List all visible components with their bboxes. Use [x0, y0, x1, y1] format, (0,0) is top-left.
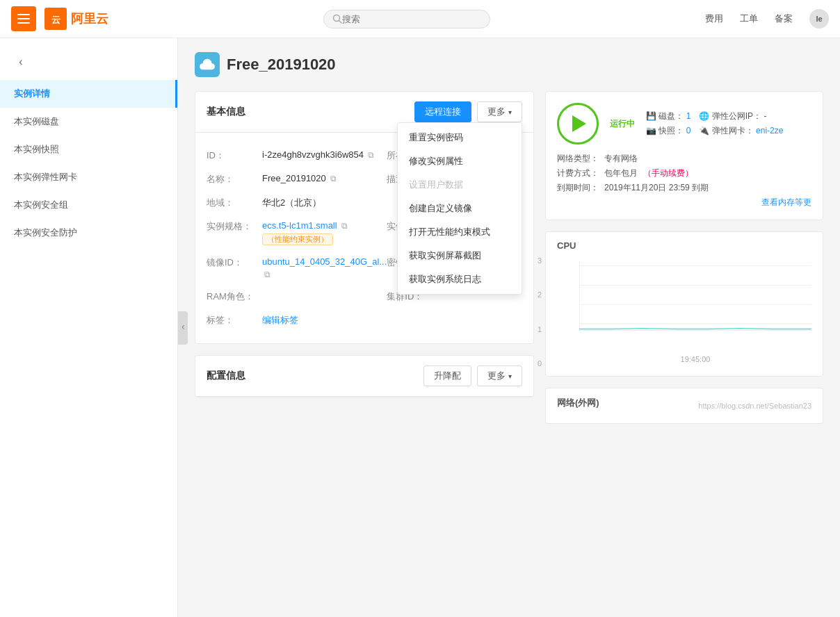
info-label-id: ID：: [207, 149, 262, 162]
info-row-ram: RAM角色：: [207, 285, 387, 308]
avatar: Ie: [809, 9, 829, 28]
copy-spec-icon[interactable]: ⧉: [340, 221, 350, 231]
running-status-text: 运行中: [610, 118, 635, 130]
page-title-wrap: Free_20191020: [195, 52, 823, 77]
more-button-wrap: 更多 ▾ 重置实例密码 修改实例属性 设置用户数据 创建自定义镜像 打开无性能约…: [477, 101, 522, 122]
config-card-actions: 升降配 更多 ▾: [423, 365, 522, 386]
info-row-tag: 标签： 编辑标签: [207, 308, 387, 332]
logo-text: 阿里云: [71, 10, 108, 27]
dropdown-item-system-log[interactable]: 获取实例系统日志: [398, 268, 522, 291]
network-type-value: 专有网络: [604, 153, 638, 165]
sidebar-item-instance-disk[interactable]: 本实例磁盘: [0, 108, 177, 135]
cpu-chart-card: CPU 3 2 1 0: [545, 231, 823, 377]
svg-text:云: 云: [51, 15, 60, 25]
card-actions: 远程连接 更多 ▾ 重置实例密码 修改实例属性 设置用: [414, 101, 522, 122]
more-button[interactable]: 更多 ▾: [477, 101, 522, 122]
nav-item-fee[interactable]: 费用: [705, 13, 723, 25]
info-value-name: Free_20191020 ⧉: [262, 173, 339, 183]
dropdown-item-no-perf-mode[interactable]: 打开无性能约束模式: [398, 220, 522, 244]
eni-value-link[interactable]: eni-2ze: [756, 126, 783, 135]
status-row: 运行中 💾 磁盘： 1 🌐 弹性公网IP： -: [557, 103, 811, 145]
hamburger-menu[interactable]: [11, 6, 36, 31]
network-chart-title: 网络(外网): [557, 397, 599, 409]
config-more-button[interactable]: 更多 ▾: [477, 365, 522, 386]
search-input-wrap[interactable]: [323, 10, 490, 28]
dropdown-item-reset-password[interactable]: 重置实例密码: [398, 126, 522, 149]
sidebar-collapse-button[interactable]: [178, 311, 188, 345]
cpu-chart-yaxis: 3 2 1 0: [538, 256, 542, 368]
status-indicator: [557, 103, 599, 145]
disk-count-link[interactable]: 1: [686, 111, 691, 121]
info-label-name: 名称：: [207, 173, 262, 186]
perf-tag: （性能约束实例）: [262, 233, 333, 245]
main-content: Free_20191020 基本信息 远程连接 更多 ▾: [178, 38, 840, 617]
dropdown-item-screenshot[interactable]: 获取实例屏幕截图: [398, 244, 522, 268]
dropdown-item-modify-attr[interactable]: 修改实例属性: [398, 149, 522, 173]
info-row-blank2: [387, 308, 522, 332]
edit-tag-link[interactable]: 编辑标签: [262, 314, 298, 327]
image-id-link[interactable]: ubuntu_14_0405_32_40G_al...: [262, 256, 387, 267]
logo-icon: 云: [45, 8, 67, 30]
copy-name-icon[interactable]: ⧉: [329, 174, 339, 183]
config-more-chevron-icon: ▾: [508, 372, 512, 380]
config-info-card: 配置信息 升降配 更多 ▾: [195, 355, 534, 397]
expire-label: 到期时间：: [557, 182, 599, 194]
sidebar-item-instance-security-group[interactable]: 本实例安全组: [0, 191, 177, 219]
expire-value: 2019年11月20日 23:59 到期: [604, 182, 709, 194]
sidebar-item-instance-snapshot[interactable]: 本实例快照: [0, 135, 177, 163]
status-meta-row1: 💾 磁盘： 1 🌐 弹性公网IP： -: [646, 110, 811, 122]
config-header: 配置信息 升降配 更多 ▾: [195, 356, 533, 397]
info-value-spec: ecs.t5-lc1m1.small ⧉ （性能约束实例）: [262, 220, 387, 245]
config-card-title: 配置信息: [207, 370, 245, 382]
network-chart-header: 网络(外网) https://blog.csdn.net/Sebastian23: [557, 397, 811, 415]
remote-connect-button[interactable]: 远程连接: [414, 101, 471, 122]
left-panel: 基本信息 远程连接 更多 ▾ 重置实例密码: [195, 91, 534, 435]
info-label-ram: RAM角色：: [207, 290, 262, 303]
upgrade-button[interactable]: 升降配: [423, 365, 471, 386]
billing-method-value: 包年包月: [604, 167, 638, 179]
running-icon: [572, 115, 586, 132]
copy-id-icon[interactable]: ⧉: [366, 150, 376, 160]
nav-user[interactable]: Ie: [809, 9, 829, 28]
search-input[interactable]: [342, 14, 467, 24]
search-icon: [332, 14, 342, 24]
sidebar-item-instance-detail[interactable]: 实例详情: [0, 80, 177, 108]
cpu-chart-xaxis: 19:45:00: [579, 355, 811, 363]
sidebar-item-instance-eni[interactable]: 本实例弹性网卡: [0, 163, 177, 191]
info-value-tag: 编辑标签: [262, 314, 298, 327]
dropdown-item-create-image[interactable]: 创建自定义镜像: [398, 197, 522, 220]
cpu-chart-wrap: 3 2 1 0: [557, 256, 811, 368]
info-label-spec: 实例规格：: [207, 220, 262, 233]
sidebar-back-button[interactable]: ‹: [0, 49, 177, 74]
chevron-left-icon: ‹: [14, 55, 28, 69]
billing-info: 网络类型： 专有网络 计费方式： 包年包月 （手动续费） 到期时间： 2019年…: [557, 153, 811, 208]
info-value-region: 华北2（北京）: [262, 197, 321, 209]
right-panel: 运行中 💾 磁盘： 1 🌐 弹性公网IP： -: [545, 91, 823, 435]
disk-label: 💾 磁盘： 1: [646, 110, 690, 122]
network-chart-url: https://blog.csdn.net/Sebastian23: [698, 402, 811, 410]
elastic-ip-label: 🌐 弹性公网IP： -: [699, 110, 766, 122]
snapshot-count-link[interactable]: 0: [686, 126, 691, 135]
search-bar: [108, 10, 705, 28]
sidebar-item-instance-security-protect[interactable]: 本实例安全防护: [0, 219, 177, 247]
nav-item-ticket[interactable]: 工单: [740, 13, 758, 25]
info-row-id: ID： i-2ze4gh8vzvghk3i6w854 ⧉: [207, 144, 387, 167]
billing-row1: 网络类型： 专有网络: [557, 153, 811, 165]
cpu-chart-title: CPU: [557, 240, 811, 251]
status-meta-row2: 📷 快照： 0 🔌 弹性网卡： eni-2ze: [646, 125, 811, 137]
info-label-image-id: 镜像ID：: [207, 256, 262, 269]
network-chart-card: 网络(外网) https://blog.csdn.net/Sebastian23: [545, 388, 823, 424]
info-row-image-id: 镜像ID： ubuntu_14_0405_32_40G_al... ⧉: [207, 251, 387, 285]
svg-line-3: [339, 21, 342, 24]
info-label-tag: 标签：: [207, 314, 262, 327]
spec-link[interactable]: ecs.t5-lc1m1.small: [262, 220, 337, 231]
view-more-link[interactable]: 查看内存等更: [761, 197, 811, 207]
status-running-label: 运行中: [610, 118, 635, 130]
billing-row3: 到期时间： 2019年11月20日 23:59 到期: [557, 182, 811, 194]
copy-image-icon[interactable]: ⧉: [262, 270, 272, 279]
billing-row2: 计费方式： 包年包月 （手动续费）: [557, 167, 811, 179]
nav-right: 费用 工单 备案 Ie: [705, 9, 829, 28]
dropdown-menu: 重置实例密码 修改实例属性 设置用户数据 创建自定义镜像 打开无性能约束模式 获…: [397, 122, 522, 295]
nav-item-icp[interactable]: 备案: [775, 13, 793, 25]
card-header: 基本信息 远程连接 更多 ▾ 重置实例密码: [195, 92, 533, 133]
